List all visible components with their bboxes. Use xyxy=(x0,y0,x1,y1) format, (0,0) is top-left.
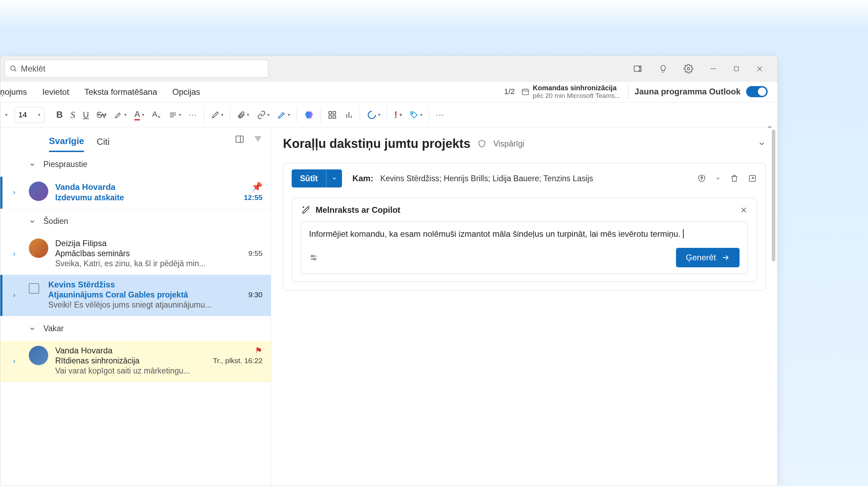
copilot-prompt-input[interactable]: Informējiet komandu, ka esam nolēmuši iz… xyxy=(301,221,748,274)
clear-format-button[interactable]: A✕ xyxy=(149,107,164,123)
flag-icon[interactable]: ⚑ xyxy=(255,346,262,355)
more-tools-button[interactable]: ··· xyxy=(433,107,447,123)
svg-rect-18 xyxy=(333,116,336,118)
underline-button[interactable]: U xyxy=(80,107,92,123)
meet-now-icon[interactable] xyxy=(633,64,643,74)
signature-button[interactable]: ▾ xyxy=(275,107,297,123)
svg-point-22 xyxy=(411,113,412,114)
tab-other[interactable]: Citi xyxy=(97,136,110,151)
close-copilot-button[interactable] xyxy=(740,206,748,214)
panel-layout-icon[interactable] xyxy=(235,134,244,144)
delete-draft-button[interactable] xyxy=(730,174,739,183)
sender-name: Kevins Stērdžiss xyxy=(48,280,115,290)
font-color-button[interactable]: A▾ xyxy=(132,107,147,123)
collapse-thread-button[interactable] xyxy=(758,140,766,148)
settings-icon[interactable] xyxy=(684,64,693,74)
filter-icon[interactable] xyxy=(253,134,262,144)
svg-point-0 xyxy=(11,66,15,70)
send-button[interactable]: Sūtīt xyxy=(292,169,326,187)
highlight-button[interactable]: ▾ xyxy=(111,107,130,123)
chevron-down-icon xyxy=(29,218,36,225)
expand-thread-icon[interactable]: › xyxy=(7,182,22,202)
svg-text:?: ? xyxy=(701,176,703,180)
meeting-subtitle: pēc 20 min Microsoft Teams... xyxy=(533,92,620,100)
reading-pane: Koraļļu dakstiņu jumtu projekts Vispārīg… xyxy=(271,127,777,486)
copilot-options-button[interactable] xyxy=(309,253,318,262)
italic-button[interactable]: S xyxy=(68,107,78,123)
message-preview: Sveika, Katri, es zinu, ka šī ir pēdējā … xyxy=(55,259,262,268)
search-placeholder: Meklēt xyxy=(21,64,45,74)
section-pinned[interactable]: Piespraustie xyxy=(0,152,271,177)
generate-button[interactable]: Ģenerēt xyxy=(676,248,740,267)
calendar-icon xyxy=(521,87,529,96)
lightbulb-icon[interactable] xyxy=(659,64,668,73)
svg-line-1 xyxy=(15,69,16,71)
poll-button[interactable] xyxy=(342,107,360,123)
pin-icon[interactable]: 📌 xyxy=(251,182,262,192)
message-item[interactable]: › Vanda Hovarda ⚑ Rītdienas sinhronizāci… xyxy=(0,341,271,382)
tab-format-text[interactable]: Teksta formatēšana xyxy=(77,87,165,97)
more-format-button[interactable]: ··· xyxy=(186,107,204,123)
chevron-down-icon xyxy=(29,325,36,332)
chevron-down-icon[interactable] xyxy=(715,176,721,181)
svg-rect-23 xyxy=(236,136,243,143)
svg-point-30 xyxy=(303,207,304,208)
message-time: Tr., plkst. 16:22 xyxy=(213,357,262,365)
apps-button[interactable] xyxy=(325,107,340,123)
message-item-selected[interactable]: › Kevins Stērdžiss Atjauninājums Coral G… xyxy=(0,275,271,316)
tab-options[interactable]: Opcijas xyxy=(165,87,208,97)
select-checkbox[interactable] xyxy=(29,283,39,294)
styles-button[interactable]: ▾ xyxy=(208,107,230,123)
message-item[interactable]: › Deizija Filipsa Apmācības seminārs 9:5… xyxy=(0,234,271,275)
message-time: 12:55 xyxy=(244,193,262,202)
to-recipients[interactable]: Kevins Stērdžiss; Henrijs Brills; Lidija… xyxy=(380,174,593,183)
link-button[interactable]: ▾ xyxy=(254,107,273,123)
generate-label: Ģenerēt xyxy=(686,253,716,262)
compose-card: Sūtīt Kam: Kevins Stērdžiss; Henrijs Bri… xyxy=(283,163,766,291)
bold-button[interactable]: B xyxy=(53,107,66,123)
new-outlook-toggle[interactable]: Jauna programma Outlook xyxy=(635,86,768,97)
avatar xyxy=(29,346,48,365)
sender-name: Vanda Hovarda xyxy=(55,182,115,192)
font-dropdown[interactable]: ▾ xyxy=(2,107,10,123)
section-yesterday[interactable]: Vakar xyxy=(0,316,271,341)
expand-thread-icon[interactable]: › xyxy=(7,238,22,268)
attach-button[interactable]: ▾ xyxy=(234,107,252,123)
font-size-input[interactable]: 14▾ xyxy=(15,107,44,123)
copilot-button[interactable] xyxy=(301,107,321,123)
close-button[interactable] xyxy=(756,65,763,73)
paragraph-button[interactable]: ▾ xyxy=(166,107,184,123)
thread-subject: Koraļļu dakstiņu jumtu projekts xyxy=(283,136,470,151)
message-subject: Atjauninājums Coral Gables projektā xyxy=(48,290,188,300)
maximize-button[interactable] xyxy=(733,65,740,72)
loop-button[interactable]: ▾ xyxy=(364,107,387,123)
app-window: Meklēt iņojums Ievietot Teksta formatēša… xyxy=(0,56,778,486)
upcoming-meeting[interactable]: Komandas sinhronizācija pēc 20 min Micro… xyxy=(521,84,628,100)
font-size-value: 14 xyxy=(18,110,27,119)
sender-name: Deizija Filipsa xyxy=(55,238,107,248)
arrow-right-icon xyxy=(721,253,730,262)
send-split-button[interactable]: Sūtīt xyxy=(292,169,342,187)
importance-button[interactable]: !▾ xyxy=(391,107,404,123)
formatting-toolbar: ▾ 14▾ B S U Sv ▾ A▾ A✕ ▾ ··· ▾ ▾ ▾ ▾ ▾ !… xyxy=(0,102,777,127)
tab-focused[interactable]: Svarīgie xyxy=(49,136,84,152)
sensitivity-icon[interactable]: ? xyxy=(697,174,706,183)
tab-insert[interactable]: Ievietot xyxy=(35,87,77,97)
popout-button[interactable] xyxy=(748,174,757,183)
compose-header: Sūtīt Kam: Kevins Stērdžiss; Henrijs Bri… xyxy=(292,169,757,187)
tab-message[interactable]: iņojums xyxy=(0,87,35,97)
scrollbar[interactable] xyxy=(772,129,775,261)
expand-thread-icon[interactable]: › xyxy=(7,280,22,310)
tag-button[interactable]: ▾ xyxy=(407,107,429,123)
send-options-button[interactable] xyxy=(326,169,342,187)
chevron-down-icon xyxy=(29,161,36,168)
toggle-on-icon[interactable] xyxy=(746,86,768,97)
svg-rect-8 xyxy=(522,89,528,95)
strikethrough-button[interactable]: Sv xyxy=(94,107,109,123)
message-item[interactable]: › Vanda Hovarda 📌 Izdevumu atskaite 12:5… xyxy=(0,177,271,209)
svg-point-34 xyxy=(311,255,313,257)
minimize-button[interactable] xyxy=(709,65,717,73)
section-today[interactable]: Šodien xyxy=(0,209,271,234)
search-input[interactable]: Meklēt xyxy=(5,60,268,78)
expand-thread-icon[interactable]: › xyxy=(7,346,22,376)
